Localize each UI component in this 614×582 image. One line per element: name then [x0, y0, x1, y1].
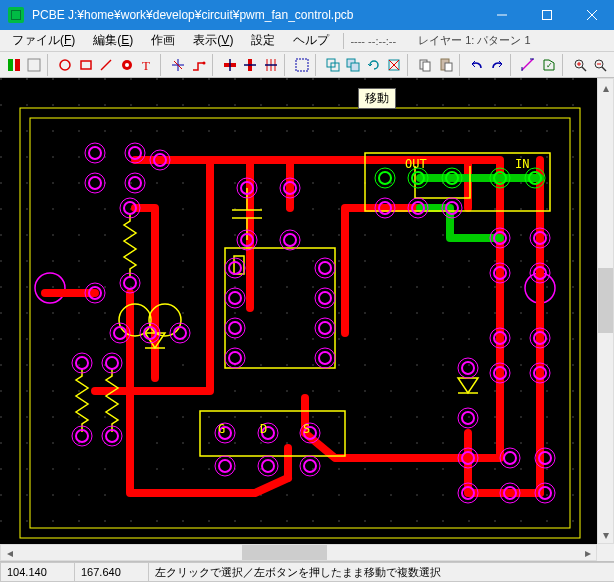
scroll-corner [597, 544, 614, 561]
align-icon[interactable] [261, 54, 281, 76]
maximize-button[interactable] [524, 0, 569, 30]
circle-tool-icon[interactable] [55, 54, 75, 76]
titlebar: PCBE J:¥home¥work¥develop¥circuit¥pwm_fa… [0, 0, 614, 30]
menu-edit[interactable]: 編集(E) [85, 30, 141, 51]
rect-tool-icon[interactable] [76, 54, 96, 76]
label-out: OUT [405, 157, 427, 171]
svg-rect-5 [15, 59, 20, 71]
menu-view[interactable]: 表示(V) [185, 30, 241, 51]
statusbar: 104.140 167.640 左クリックで選択／左ボタンを押したまま移動で複数… [0, 561, 614, 582]
scroll-left-icon[interactable]: ◂ [1, 545, 18, 560]
svg-rect-29 [351, 63, 359, 71]
window-buttons [479, 0, 614, 30]
toolbar: T ✓ [0, 52, 614, 78]
vscroll-thumb[interactable] [598, 268, 613, 333]
svg-point-16 [202, 61, 205, 64]
route-tool-icon[interactable] [189, 54, 209, 76]
hscroll-thumb[interactable] [242, 545, 326, 560]
drc-icon[interactable]: ✓ [539, 54, 559, 76]
rotate-icon[interactable] [364, 54, 384, 76]
svg-rect-25 [296, 59, 308, 71]
minimize-button[interactable] [479, 0, 524, 30]
text-tool-icon[interactable]: T [138, 54, 158, 76]
svg-text:✓: ✓ [546, 61, 553, 70]
menu-status: ---- --:--:-- [350, 35, 396, 47]
svg-text:T: T [142, 58, 150, 73]
svg-rect-34 [423, 62, 430, 71]
window-title: PCBE J:¥home¥work¥develop¥circuit¥pwm_fa… [32, 8, 479, 22]
horizontal-scrollbar[interactable]: ◂ ▸ [0, 544, 597, 561]
svg-line-46 [602, 67, 606, 71]
zoom-in-icon[interactable] [570, 54, 590, 76]
label-g: G [218, 422, 225, 436]
menu-layer: レイヤー 1: パターン 1 [418, 33, 530, 48]
svg-rect-6 [28, 59, 40, 71]
delete-block-icon[interactable] [385, 54, 405, 76]
svg-rect-1 [542, 11, 551, 20]
tooltip-move: 移動 [358, 88, 396, 109]
select-area-icon[interactable] [292, 54, 312, 76]
label-s: S [303, 422, 310, 436]
scroll-down-icon[interactable]: ▾ [598, 526, 613, 543]
pcb-canvas[interactable]: OUT IN G D S 移動 [0, 78, 614, 544]
pcb-drawing: OUT IN G D S [0, 78, 597, 544]
menu-divider [343, 33, 344, 49]
close-button[interactable] [569, 0, 614, 30]
move-block-icon[interactable] [323, 54, 343, 76]
label-d: D [260, 422, 267, 436]
svg-rect-8 [81, 61, 91, 69]
menu-help[interactable]: ヘルプ [285, 30, 337, 51]
svg-rect-4 [8, 59, 13, 71]
svg-point-11 [125, 63, 129, 67]
app-icon [8, 7, 24, 23]
vertical-scrollbar[interactable]: ▴ ▾ [597, 78, 614, 544]
snap-tool-icon[interactable] [169, 54, 189, 76]
scroll-up-icon[interactable]: ▴ [598, 79, 613, 96]
svg-line-37 [522, 59, 533, 70]
undo-icon[interactable] [467, 54, 487, 76]
svg-rect-53 [0, 78, 597, 544]
layer-pattern-icon[interactable] [4, 54, 24, 76]
label-in: IN [515, 157, 529, 171]
zoom-out-icon[interactable] [591, 54, 611, 76]
paste-icon[interactable] [436, 54, 456, 76]
svg-point-7 [60, 60, 70, 70]
scroll-right-icon[interactable]: ▸ [579, 545, 596, 560]
flip-v-icon[interactable] [241, 54, 261, 76]
menubar: ファイル(F) 編集(E) 作画 表示(V) 設定 ヘルプ ---- --:--… [0, 30, 614, 52]
status-x: 104.140 [0, 562, 75, 582]
copy-block-icon[interactable] [344, 54, 364, 76]
menu-file[interactable]: ファイル(F) [4, 30, 83, 51]
flip-h-icon[interactable] [220, 54, 240, 76]
svg-line-42 [582, 67, 586, 71]
layer-off-icon[interactable] [25, 54, 45, 76]
copy-icon[interactable] [416, 54, 436, 76]
menu-draw[interactable]: 作画 [143, 30, 183, 51]
svg-line-9 [101, 60, 111, 70]
pad-tool-icon[interactable] [117, 54, 137, 76]
redo-icon[interactable] [488, 54, 508, 76]
line-tool-icon[interactable] [97, 54, 117, 76]
status-y: 167.640 [74, 562, 149, 582]
status-hint: 左クリックで選択／左ボタンを押したまま移動で複数選択 [148, 562, 614, 582]
menu-settings[interactable]: 設定 [243, 30, 283, 51]
svg-rect-36 [445, 63, 452, 71]
measure-icon[interactable] [519, 54, 539, 76]
